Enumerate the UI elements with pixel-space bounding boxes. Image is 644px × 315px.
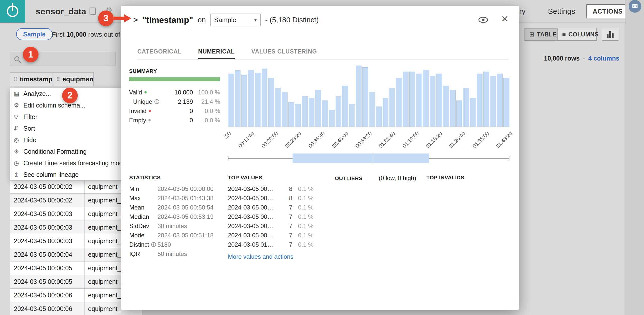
range-slider[interactable] — [228, 152, 509, 164]
histogram-bar[interactable] — [423, 70, 429, 127]
top-value-row[interactable]: 2024-03-05 00… 7 0.1 % — [228, 203, 313, 212]
histogram-bar[interactable] — [302, 96, 308, 127]
top-value-text: 2024-03-05 00… — [228, 185, 281, 192]
header-equipment[interactable]: ⠿ equipmen — [53, 72, 94, 86]
table-view-button[interactable]: ⊞ TABLE — [525, 28, 557, 41]
histogram-bar[interactable] — [503, 78, 509, 127]
menu-item-forecasting[interactable]: ◷ Create Time series forecasting mode — [10, 157, 122, 169]
cell-timestamp[interactable]: 2024-03-05 00:00:03 — [10, 207, 85, 221]
copy-icon[interactable] — [91, 9, 96, 15]
histogram-bar[interactable] — [383, 98, 389, 127]
header-timestamp[interactable]: ⠿ timestamp — [10, 72, 53, 86]
histogram-bar[interactable] — [443, 86, 449, 127]
top-value-row[interactable]: 2024-03-05 00… 8 0.1 % — [228, 184, 313, 193]
top-value-row[interactable]: 2024-03-05 00… 8 0.1 % — [228, 193, 313, 203]
histogram-bar[interactable] — [463, 88, 469, 127]
nav-item-settings[interactable]: Settings — [548, 7, 575, 16]
cell-timestamp[interactable]: 2024-03-05 00:00:03 — [10, 234, 85, 248]
cell-timestamp[interactable]: 2024-03-05 00:00:02 — [10, 194, 85, 207]
menu-item-conditional-formatting[interactable]: ☀ Conditional Formatting — [10, 146, 122, 157]
cell-timestamp[interactable]: 2024-03-05 00:00:05 — [10, 275, 85, 289]
nav-item-truncated[interactable]: ry — [519, 7, 526, 16]
menu-item-label: Conditional Formatting — [23, 148, 87, 155]
histogram-bar[interactable] — [336, 96, 342, 127]
slider-divider[interactable] — [373, 153, 373, 163]
histogram-bar[interactable] — [430, 76, 436, 127]
histogram-bar[interactable] — [329, 110, 335, 127]
histogram-bar[interactable] — [356, 66, 362, 127]
chevron-right-icon[interactable]: > — [133, 16, 138, 24]
histogram-bar[interactable] — [490, 76, 496, 127]
histogram-bar[interactable] — [456, 100, 462, 127]
columns-count-label[interactable]: 4 columns — [588, 55, 619, 62]
actions-button[interactable]: ACTIONS — [586, 4, 629, 18]
top-value-row[interactable]: 2024-03-05 00… 7 0.1 % — [228, 231, 313, 240]
top-value-row[interactable]: 2024-03-05 00… 7 0.1 % — [228, 212, 313, 221]
histogram-bar[interactable] — [255, 73, 261, 127]
histogram-bar[interactable] — [268, 78, 274, 127]
histogram-bar[interactable] — [241, 75, 247, 127]
info-icon[interactable] — [151, 242, 156, 247]
histogram-bar[interactable] — [282, 92, 288, 127]
histogram-bar[interactable] — [416, 74, 422, 127]
menu-item-sort[interactable]: ⇵ Sort — [10, 123, 122, 134]
histogram-bar[interactable] — [315, 90, 321, 127]
histogram-bar[interactable] — [235, 70, 241, 127]
histogram-bar[interactable] — [322, 100, 328, 127]
histogram-bar[interactable] — [403, 72, 409, 127]
sample-badge[interactable]: Sample — [16, 28, 53, 40]
cell-timestamp[interactable]: 2024-03-05 00:00:06 — [10, 302, 85, 315]
histogram-bar[interactable] — [309, 98, 315, 127]
histogram-bar[interactable] — [349, 104, 355, 127]
cell-timestamp[interactable]: 2024-03-05 00:00:03 — [10, 221, 85, 234]
cell-timestamp[interactable]: 2024-03-05 00:00:04 — [10, 248, 85, 261]
histogram-bar[interactable] — [362, 67, 368, 127]
histogram-bar[interactable] — [262, 69, 268, 127]
histogram-icon — [607, 31, 614, 38]
histogram-bar[interactable] — [436, 74, 442, 127]
menu-item-lineage[interactable]: ↥ See column lineage — [10, 169, 122, 180]
cell-timestamp[interactable]: 2024-03-05 00:00:06 — [10, 289, 85, 302]
histogram-bar[interactable] — [409, 72, 415, 127]
analysis-tab[interactable]: VALUES CLUSTERING — [251, 45, 317, 59]
histogram-bar[interactable] — [275, 88, 281, 127]
menu-item-filter[interactable]: ▽ Filter — [10, 111, 122, 123]
top-value-percent: 0.1 % — [292, 185, 313, 192]
histogram-bar[interactable] — [389, 88, 395, 127]
analysis-tab[interactable]: CATEGORICAL — [137, 45, 182, 59]
slider-selection[interactable] — [293, 153, 429, 163]
histogram-bar[interactable] — [288, 102, 294, 127]
histogram-bar[interactable] — [483, 72, 489, 127]
cell-timestamp[interactable]: 2024-03-05 00:00:02 — [10, 180, 85, 194]
histogram-bar[interactable] — [295, 104, 301, 127]
cell-timestamp[interactable]: 2024-03-05 00:00:05 — [10, 261, 85, 275]
top-value-row[interactable]: 2024-03-05 01… 7 0.1 % — [228, 240, 313, 249]
histogram-bar[interactable] — [369, 92, 375, 127]
histogram-bar[interactable] — [450, 90, 456, 127]
top-value-count: 7 — [281, 213, 292, 220]
x-tick-label: 00:45:00 — [331, 130, 350, 149]
columns-view-button[interactable]: ≡ COLUMNS — [557, 28, 597, 41]
top-value-row[interactable]: 2024-03-05 00… 7 0.1 % — [228, 221, 313, 231]
menu-item-hide[interactable]: ◎ Hide — [10, 134, 122, 146]
drag-handle-icon[interactable]: ⠿ — [14, 76, 17, 82]
close-icon[interactable]: × — [501, 13, 508, 24]
histogram-bar[interactable] — [497, 74, 503, 127]
app-logo[interactable] — [0, 0, 25, 23]
histogram-bar[interactable] — [470, 98, 476, 127]
histogram-bar[interactable] — [477, 74, 483, 127]
histogram-bar[interactable] — [248, 70, 254, 127]
analysis-tab[interactable]: NUMERICAL — [198, 45, 235, 59]
drag-handle-icon[interactable]: ⠿ — [56, 76, 60, 82]
eye-icon[interactable] — [478, 17, 488, 23]
menu-item-icon: ↥ — [14, 171, 23, 178]
more-values-link[interactable]: More values and actions — [228, 253, 313, 260]
histogram-bar[interactable] — [376, 107, 382, 127]
histogram-bar[interactable] — [342, 86, 348, 127]
info-icon[interactable] — [154, 99, 159, 104]
histogram-bar[interactable] — [228, 74, 234, 127]
sample-scope-select[interactable]: Sample ▾ — [210, 14, 261, 26]
charts-view-button[interactable] — [602, 28, 618, 41]
comment-icon[interactable]: ✉ — [629, 0, 641, 13]
histogram-bar[interactable] — [396, 78, 402, 127]
